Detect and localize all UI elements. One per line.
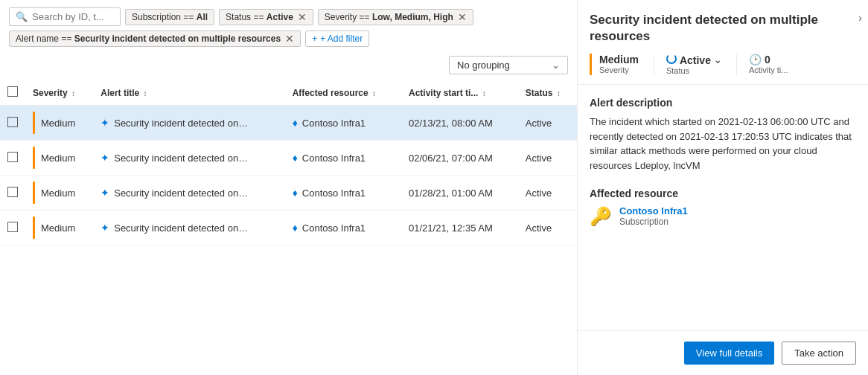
filter-row2: Alert name == Security incident detected… (0, 26, 577, 53)
row-checkbox[interactable] (7, 117, 18, 127)
activity-start-column-header[interactable]: Activity start ti... ↕ (401, 80, 518, 106)
resource-name-text: Contoso Infra1 (302, 188, 366, 199)
affected-resource-type: Subscription (619, 217, 688, 227)
status-meta-value[interactable]: Active ⌄ (666, 54, 721, 66)
table-container: Severity ↕ Alert title ↕ Affected resour… (0, 80, 577, 375)
panel-body: Alert description The incident which sta… (578, 85, 868, 330)
activity-start-text: 01/21/21, 12:35 AM (409, 222, 493, 234)
row-alert-title-cell: ✦ Security incident detected on m... (93, 106, 284, 141)
status-meta-text: Active (680, 54, 711, 66)
alert-title-header-label: Alert title (100, 88, 139, 98)
table-row[interactable]: Medium ✦ Security incident detected on m… (0, 106, 577, 141)
panel-title: Security incident detected on multiple r… (590, 12, 856, 45)
row-checkbox-cell[interactable] (0, 141, 25, 176)
affected-resource-title: Affected resource (590, 188, 856, 199)
status-filter-chip: Status == Active ✕ (219, 9, 313, 25)
activity-start-sort-icon: ↕ (482, 89, 486, 97)
grouping-label: No grouping (457, 60, 510, 71)
severity-bar (33, 147, 35, 169)
row-checkbox[interactable] (7, 152, 18, 162)
affected-resource-sort-icon: ↕ (372, 89, 376, 97)
row-severity-cell: Medium (25, 141, 93, 176)
status-column-header[interactable]: Status ↕ (518, 80, 577, 106)
panel-footer: View full details Take action (578, 330, 868, 375)
add-filter-button[interactable]: + + Add filter (305, 31, 369, 47)
severity-filter-label: Severity == Low, Medium, High (325, 12, 453, 22)
severity-header-label: Severity (33, 88, 68, 98)
alertname-filter-close[interactable]: ✕ (285, 33, 294, 44)
affected-resource-header-label: Affected resource (293, 88, 368, 98)
row-checkbox-cell[interactable] (0, 211, 25, 246)
severity-meta-value: Medium (599, 54, 639, 65)
chevron-down-icon: ⌄ (552, 60, 560, 71)
affected-resource-name[interactable]: Contoso Infra1 (619, 205, 688, 217)
row-checkbox-cell[interactable] (0, 176, 25, 211)
row-severity-cell: Medium (25, 211, 93, 246)
view-full-details-button[interactable]: View full details (684, 342, 774, 365)
severity-column-header[interactable]: Severity ↕ (25, 80, 93, 106)
status-chevron-icon: ⌄ (714, 55, 721, 65)
resource-name-text: Contoso Infra1 (302, 222, 366, 234)
collapse-panel-button[interactable]: › (858, 12, 862, 24)
row-alert-title-cell: ✦ Security incident detected on m... (93, 176, 284, 211)
affected-resource-row: 🔑 Contoso Infra1 Subscription (590, 205, 856, 227)
severity-value: Medium (41, 188, 75, 199)
status-header-label: Status (526, 88, 553, 98)
alert-title-column-header[interactable]: Alert title ↕ (93, 80, 284, 106)
affected-resource-info: Contoso Infra1 Subscription (619, 205, 688, 227)
affected-resource-column-header[interactable]: Affected resource ↕ (285, 80, 401, 106)
grouping-dropdown[interactable]: No grouping ⌄ (449, 56, 568, 74)
severity-filter-close[interactable]: ✕ (458, 12, 467, 22)
table-header-row: Severity ↕ Alert title ↕ Affected resour… (0, 80, 577, 106)
row-activity-cell: 01/21/21, 12:35 AM (401, 211, 518, 246)
alert-description-title: Alert description (590, 97, 856, 109)
row-checkbox[interactable] (7, 222, 18, 232)
alert-icon: ✦ (100, 117, 109, 129)
status-filter-close[interactable]: ✕ (298, 12, 307, 22)
status-text: Active (526, 153, 552, 164)
select-all-header[interactable] (0, 80, 25, 106)
row-checkbox-cell[interactable] (0, 106, 25, 141)
alert-icon: ✦ (100, 222, 109, 234)
table-row[interactable]: Medium ✦ Security incident detected on m… (0, 176, 577, 211)
row-status-cell: Active (518, 211, 577, 246)
row-status-cell: Active (518, 176, 577, 211)
alert-title-text: Security incident detected on m... (114, 188, 248, 199)
left-panel: 🔍 Subscription == All Status == Active ✕… (0, 0, 578, 375)
activity-start-header-label: Activity start ti... (409, 88, 478, 98)
row-checkbox[interactable] (7, 187, 18, 197)
table-row[interactable]: Medium ✦ Security incident detected on m… (0, 141, 577, 176)
status-meta-label: Status (666, 66, 721, 75)
take-action-button[interactable]: Take action (782, 342, 856, 365)
severity-value: Medium (41, 153, 75, 164)
alert-title-text: Security incident detected on m... (114, 153, 248, 164)
panel-meta: Medium Severity Active ⌄ Status 🕑 (590, 54, 856, 75)
key-icon: 🔑 (590, 206, 612, 227)
alertname-filter-chip: Alert name == Security incident detected… (9, 31, 301, 47)
alert-title-text: Security incident detected on m... (114, 118, 248, 129)
severity-value: Medium (41, 118, 75, 129)
resource-icon: ♦ (293, 187, 298, 199)
severity-bar (33, 217, 35, 239)
clock-icon: 🕑 (749, 54, 762, 65)
status-text: Active (526, 188, 552, 199)
search-input[interactable] (32, 11, 114, 22)
add-filter-icon: + (312, 33, 317, 44)
severity-meta: Medium Severity (590, 54, 654, 75)
severity-filter-chip: Severity == Low, Medium, High ✕ (318, 9, 473, 25)
search-box[interactable]: 🔍 (9, 7, 121, 26)
row-resource-cell: ♦ Contoso Infra1 (285, 141, 401, 176)
severity-bar (33, 112, 35, 134)
select-all-checkbox[interactable] (7, 86, 18, 97)
resource-name-text: Contoso Infra1 (302, 118, 366, 129)
subscription-filter-chip: Subscription == All (125, 9, 214, 25)
row-alert-title-cell: ✦ Security incident detected on m... (93, 211, 284, 246)
row-activity-cell: 02/13/21, 08:00 AM (401, 106, 518, 141)
right-panel: › Security incident detected on multiple… (578, 0, 868, 375)
activity-start-text: 02/13/21, 08:00 AM (409, 118, 493, 129)
status-text: Active (526, 118, 552, 129)
row-activity-cell: 02/06/21, 07:00 AM (401, 141, 518, 176)
row-alert-title-cell: ✦ Security incident detected on m... (93, 141, 284, 176)
table-row[interactable]: Medium ✦ Security incident detected on m… (0, 211, 577, 246)
subscription-filter-label: Subscription == All (132, 12, 208, 22)
